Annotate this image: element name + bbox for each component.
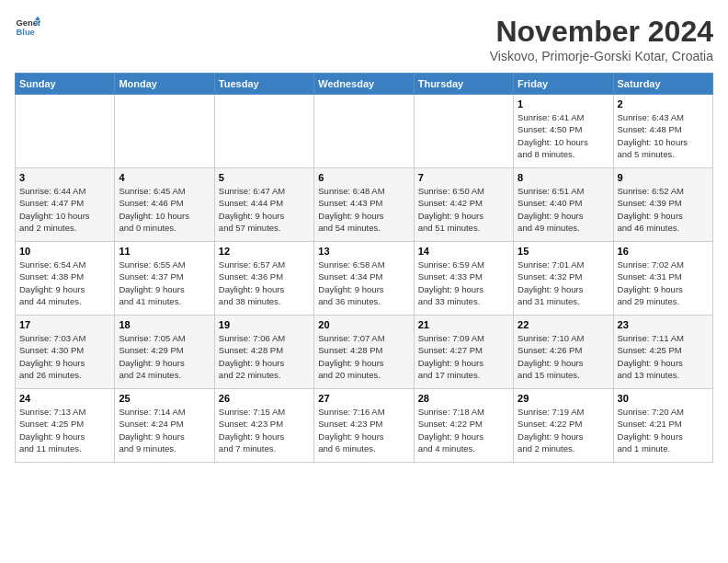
day-cell: 14Sunrise: 6:59 AM Sunset: 4:33 PM Dayli… — [414, 242, 513, 316]
day-number: 21 — [418, 319, 509, 330]
day-cell — [16, 95, 115, 168]
day-cell: 1Sunrise: 6:41 AM Sunset: 4:50 PM Daylig… — [514, 95, 613, 168]
day-info: Sunrise: 7:02 AM Sunset: 4:31 PM Dayligh… — [618, 259, 709, 307]
day-info: Sunrise: 7:06 AM Sunset: 4:28 PM Dayligh… — [219, 332, 310, 381]
day-info: Sunrise: 7:10 AM Sunset: 4:26 PM Dayligh… — [518, 332, 609, 381]
day-cell: 9Sunrise: 6:52 AM Sunset: 4:39 PM Daylig… — [613, 168, 712, 242]
day-number: 8 — [518, 172, 609, 183]
day-cell: 3Sunrise: 6:44 AM Sunset: 4:47 PM Daylig… — [16, 168, 115, 242]
day-cell: 22Sunrise: 7:10 AM Sunset: 4:26 PM Dayli… — [514, 316, 613, 389]
day-info: Sunrise: 6:54 AM Sunset: 4:38 PM Dayligh… — [19, 259, 110, 307]
day-cell: 25Sunrise: 7:14 AM Sunset: 4:24 PM Dayli… — [115, 389, 214, 463]
day-number: 16 — [618, 246, 709, 257]
day-cell: 16Sunrise: 7:02 AM Sunset: 4:31 PM Dayli… — [613, 242, 712, 316]
calendar-table: SundayMondayTuesdayWednesdayThursdayFrid… — [15, 73, 713, 463]
day-number: 13 — [318, 246, 409, 257]
day-number: 11 — [119, 246, 210, 257]
day-number: 2 — [618, 98, 709, 109]
day-cell: 7Sunrise: 6:50 AM Sunset: 4:42 PM Daylig… — [414, 168, 513, 242]
day-number: 10 — [19, 246, 110, 257]
column-header-saturday: Saturday — [613, 74, 712, 95]
day-number: 28 — [418, 393, 509, 404]
day-info: Sunrise: 6:44 AM Sunset: 4:47 PM Dayligh… — [19, 185, 110, 234]
day-info: Sunrise: 7:05 AM Sunset: 4:29 PM Dayligh… — [119, 332, 210, 381]
column-header-wednesday: Wednesday — [314, 74, 414, 95]
day-cell: 18Sunrise: 7:05 AM Sunset: 4:29 PM Dayli… — [115, 316, 214, 389]
day-cell — [115, 95, 214, 168]
day-number: 4 — [119, 172, 210, 183]
svg-text:Blue: Blue — [17, 28, 35, 37]
calendar-header-row: SundayMondayTuesdayWednesdayThursdayFrid… — [16, 74, 713, 95]
day-number: 17 — [19, 319, 110, 330]
day-number: 27 — [318, 393, 409, 404]
day-info: Sunrise: 6:55 AM Sunset: 4:37 PM Dayligh… — [119, 259, 210, 307]
day-info: Sunrise: 7:03 AM Sunset: 4:30 PM Dayligh… — [19, 332, 110, 381]
day-info: Sunrise: 7:01 AM Sunset: 4:32 PM Dayligh… — [518, 259, 609, 307]
day-number: 15 — [518, 246, 609, 257]
day-cell: 12Sunrise: 6:57 AM Sunset: 4:36 PM Dayli… — [214, 242, 313, 316]
day-info: Sunrise: 7:18 AM Sunset: 4:22 PM Dayligh… — [418, 406, 509, 454]
day-info: Sunrise: 7:11 AM Sunset: 4:25 PM Dayligh… — [618, 332, 709, 381]
day-cell: 29Sunrise: 7:19 AM Sunset: 4:22 PM Dayli… — [514, 389, 613, 463]
day-info: Sunrise: 6:59 AM Sunset: 4:33 PM Dayligh… — [418, 259, 509, 307]
day-cell: 23Sunrise: 7:11 AM Sunset: 4:25 PM Dayli… — [613, 316, 712, 389]
week-row-2: 3Sunrise: 6:44 AM Sunset: 4:47 PM Daylig… — [16, 168, 713, 242]
location-title: Viskovo, Primorje-Gorski Kotar, Croatia — [490, 49, 713, 63]
day-cell: 19Sunrise: 7:06 AM Sunset: 4:28 PM Dayli… — [214, 316, 313, 389]
day-cell: 8Sunrise: 6:51 AM Sunset: 4:40 PM Daylig… — [514, 168, 613, 242]
day-cell — [314, 95, 414, 168]
day-info: Sunrise: 6:50 AM Sunset: 4:42 PM Dayligh… — [418, 185, 509, 234]
day-cell: 24Sunrise: 7:13 AM Sunset: 4:25 PM Dayli… — [16, 389, 115, 463]
day-info: Sunrise: 6:45 AM Sunset: 4:46 PM Dayligh… — [119, 185, 210, 234]
column-header-tuesday: Tuesday — [214, 74, 313, 95]
day-info: Sunrise: 6:47 AM Sunset: 4:44 PM Dayligh… — [219, 185, 310, 234]
day-number: 24 — [19, 393, 110, 404]
day-cell: 15Sunrise: 7:01 AM Sunset: 4:32 PM Dayli… — [514, 242, 613, 316]
week-row-4: 17Sunrise: 7:03 AM Sunset: 4:30 PM Dayli… — [16, 316, 713, 389]
day-number: 1 — [518, 98, 609, 109]
day-info: Sunrise: 6:48 AM Sunset: 4:43 PM Dayligh… — [318, 185, 409, 234]
day-cell: 20Sunrise: 7:07 AM Sunset: 4:28 PM Dayli… — [314, 316, 414, 389]
day-info: Sunrise: 7:07 AM Sunset: 4:28 PM Dayligh… — [318, 332, 409, 381]
title-area: November 2024 Viskovo, Primorje-Gorski K… — [490, 15, 713, 63]
day-number: 29 — [518, 393, 609, 404]
day-number: 3 — [19, 172, 110, 183]
day-cell — [414, 95, 513, 168]
day-number: 7 — [418, 172, 509, 183]
week-row-1: 1Sunrise: 6:41 AM Sunset: 4:50 PM Daylig… — [16, 95, 713, 168]
column-header-thursday: Thursday — [414, 74, 513, 95]
day-cell: 27Sunrise: 7:16 AM Sunset: 4:23 PM Dayli… — [314, 389, 414, 463]
day-info: Sunrise: 6:57 AM Sunset: 4:36 PM Dayligh… — [219, 259, 310, 307]
day-info: Sunrise: 6:52 AM Sunset: 4:39 PM Dayligh… — [618, 185, 709, 234]
header: General Blue November 2024 Viskovo, Prim… — [15, 15, 713, 63]
day-number: 20 — [318, 319, 409, 330]
day-info: Sunrise: 6:58 AM Sunset: 4:34 PM Dayligh… — [318, 259, 409, 307]
logo-icon: General Blue — [15, 15, 40, 40]
week-row-5: 24Sunrise: 7:13 AM Sunset: 4:25 PM Dayli… — [16, 389, 713, 463]
day-info: Sunrise: 7:14 AM Sunset: 4:24 PM Dayligh… — [119, 406, 210, 454]
day-info: Sunrise: 7:20 AM Sunset: 4:21 PM Dayligh… — [618, 406, 709, 454]
month-title: November 2024 — [490, 15, 713, 49]
day-cell: 6Sunrise: 6:48 AM Sunset: 4:43 PM Daylig… — [314, 168, 414, 242]
day-cell — [214, 95, 313, 168]
day-number: 9 — [618, 172, 709, 183]
day-cell: 2Sunrise: 6:43 AM Sunset: 4:48 PM Daylig… — [613, 95, 712, 168]
day-cell: 10Sunrise: 6:54 AM Sunset: 4:38 PM Dayli… — [16, 242, 115, 316]
day-cell: 30Sunrise: 7:20 AM Sunset: 4:21 PM Dayli… — [613, 389, 712, 463]
day-info: Sunrise: 6:43 AM Sunset: 4:48 PM Dayligh… — [618, 111, 709, 160]
day-info: Sunrise: 7:13 AM Sunset: 4:25 PM Dayligh… — [19, 406, 110, 454]
day-info: Sunrise: 7:16 AM Sunset: 4:23 PM Dayligh… — [318, 406, 409, 454]
day-info: Sunrise: 7:19 AM Sunset: 4:22 PM Dayligh… — [518, 406, 609, 454]
day-number: 12 — [219, 246, 310, 257]
day-info: Sunrise: 7:09 AM Sunset: 4:27 PM Dayligh… — [418, 332, 509, 381]
column-header-sunday: Sunday — [16, 74, 115, 95]
day-cell: 28Sunrise: 7:18 AM Sunset: 4:22 PM Dayli… — [414, 389, 513, 463]
day-info: Sunrise: 6:41 AM Sunset: 4:50 PM Dayligh… — [518, 111, 609, 160]
day-cell: 26Sunrise: 7:15 AM Sunset: 4:23 PM Dayli… — [214, 389, 313, 463]
day-number: 18 — [119, 319, 210, 330]
day-info: Sunrise: 6:51 AM Sunset: 4:40 PM Dayligh… — [518, 185, 609, 234]
column-header-monday: Monday — [115, 74, 214, 95]
day-number: 5 — [219, 172, 310, 183]
day-number: 23 — [618, 319, 709, 330]
day-info: Sunrise: 7:15 AM Sunset: 4:23 PM Dayligh… — [219, 406, 310, 454]
